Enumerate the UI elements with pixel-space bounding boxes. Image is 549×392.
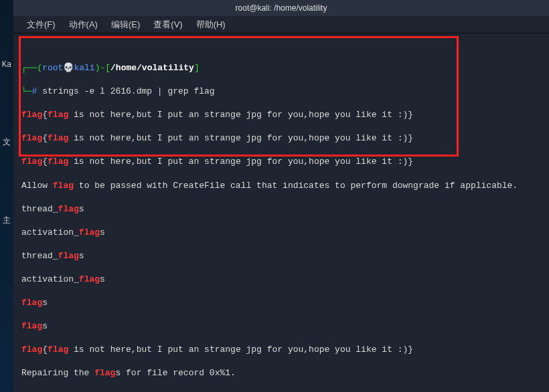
output-line: flags <box>21 320 541 332</box>
output-line: flag{flag is not here,but I put an stran… <box>21 132 541 144</box>
prompt-line-2: └─# strings -e l 2616.dmp | grep flag <box>21 86 541 98</box>
output-line: Allow flag to be passed with CreateFile … <box>21 180 541 192</box>
desktop-icon[interactable]: 文 <box>1 136 13 148</box>
output-line: Repairing the flags for file record 0x%1… <box>21 367 541 379</box>
menu-view[interactable]: 查看(V) <box>153 19 182 31</box>
output-line: flag{flag is not here,but I put an stran… <box>21 109 541 121</box>
output-line: flag{flag is not here,but I put an stran… <box>21 344 541 356</box>
desktop-left-icons: Ka 文 主 <box>0 54 13 388</box>
window-title: root@kali: /home/volatility <box>236 3 327 13</box>
desktop-icon[interactable]: Ka <box>1 60 13 70</box>
menu-edit[interactable]: 编辑(E) <box>111 19 140 31</box>
output-line: flags <box>21 297 541 309</box>
output-line: flag{flag is not here,but I put an stran… <box>21 156 541 168</box>
skull-icon: 💀 <box>63 63 74 73</box>
output-line: thread_flags <box>21 203 541 215</box>
menubar: 文件(F) 动作(A) 编辑(E) 查看(V) 帮助(H) <box>13 16 549 33</box>
menu-action[interactable]: 动作(A) <box>69 19 98 31</box>
output-line: activation_flags <box>21 227 541 239</box>
terminal-output[interactable]: ┌──(root💀kali)-[/home/volatility] └─# st… <box>13 33 549 392</box>
menu-file[interactable]: 文件(F) <box>27 19 56 31</box>
menu-help[interactable]: 帮助(H) <box>196 19 226 31</box>
desktop-icon[interactable]: 主 <box>1 215 13 226</box>
output-line: thread_flags <box>21 250 541 262</box>
prompt-line-1: ┌──(root💀kali)-[/home/volatility] <box>21 62 541 74</box>
window-titlebar[interactable]: root@kali: /home/volatility <box>13 0 549 16</box>
terminal-window: root@kali: /home/volatility 文件(F) 动作(A) … <box>13 0 549 392</box>
output-line: activation_flags <box>21 274 541 286</box>
